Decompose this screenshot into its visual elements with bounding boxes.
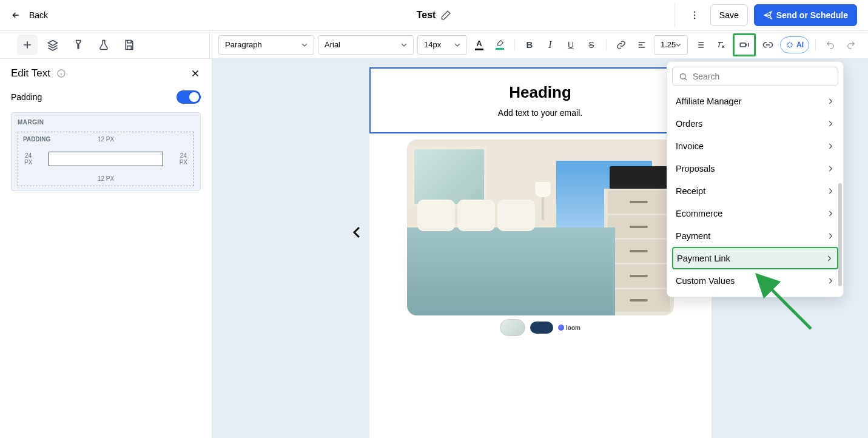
bold-button[interactable]: B bbox=[521, 36, 538, 53]
ai-button[interactable]: AI bbox=[780, 36, 809, 53]
brush-button[interactable] bbox=[68, 35, 89, 55]
chevron-right-icon bbox=[825, 254, 833, 263]
menu-item-payment[interactable]: Payment bbox=[672, 224, 838, 247]
send-button-label: Send or Schedule bbox=[776, 10, 848, 20]
text-color-letter: A bbox=[476, 39, 482, 48]
padding-toggle[interactable] bbox=[177, 90, 201, 104]
padding-left-value[interactable]: 24PX bbox=[24, 152, 32, 166]
annotation-arrow bbox=[750, 268, 817, 335]
panel-header: Edit Text bbox=[11, 67, 201, 79]
more-menu-button[interactable] bbox=[685, 5, 704, 25]
back-button[interactable]: Back bbox=[11, 10, 48, 20]
link-button[interactable] bbox=[613, 36, 630, 53]
block-type-dropdown[interactable]: Paragraph bbox=[218, 35, 314, 55]
align-icon bbox=[637, 40, 647, 50]
anchor-link-button[interactable] bbox=[759, 36, 776, 53]
merge-tag-button[interactable] bbox=[736, 36, 753, 53]
font-size-value: 14px bbox=[424, 40, 441, 49]
menu-item-label: Payment bbox=[676, 231, 710, 241]
save-button[interactable]: Save bbox=[710, 4, 748, 26]
menu-item-label: Payment Link bbox=[677, 254, 730, 263]
edit-title-button[interactable] bbox=[440, 10, 451, 21]
box-model-editor[interactable]: MARGIN PADDING 12 PX 12 PX 24PX 24PX bbox=[11, 112, 201, 191]
menu-item-receipt[interactable]: Receipt bbox=[672, 180, 838, 202]
email-heading: Heading bbox=[378, 83, 703, 102]
svg-point-5 bbox=[681, 73, 686, 79]
padding-bottom-value[interactable]: 12 PX bbox=[98, 175, 114, 182]
content-box bbox=[49, 152, 163, 166]
flask-button[interactable] bbox=[93, 35, 114, 55]
list-button[interactable] bbox=[691, 36, 708, 53]
menu-item-invoice[interactable]: Invoice bbox=[672, 135, 838, 157]
loom-attribution: loom bbox=[500, 319, 580, 336]
arrow-icon bbox=[750, 268, 817, 335]
chevron-right-icon bbox=[826, 187, 835, 195]
menu-item-label: Orders bbox=[676, 119, 702, 129]
text-color-button[interactable]: A bbox=[471, 36, 488, 53]
chevron-right-icon bbox=[826, 142, 835, 150]
align-button[interactable] bbox=[633, 36, 650, 53]
save-template-button[interactable] bbox=[119, 35, 140, 55]
chevron-down-icon bbox=[676, 42, 681, 48]
menu-list: Affiliate ManagerOrdersInvoiceProposalsR… bbox=[672, 90, 838, 292]
hero-image-block[interactable]: loom bbox=[369, 133, 712, 345]
clear-format-button[interactable] bbox=[712, 36, 729, 53]
merge-tag-icon bbox=[739, 39, 750, 50]
loom-badge bbox=[530, 322, 553, 334]
undo-button[interactable] bbox=[822, 36, 839, 53]
chevron-left-icon bbox=[350, 222, 365, 243]
ai-label: AI bbox=[796, 41, 804, 49]
toggle-knob bbox=[189, 92, 199, 102]
menu-item-proposals[interactable]: Proposals bbox=[672, 157, 838, 180]
selected-text-block[interactable]: Heading Add text to your email. bbox=[369, 67, 712, 133]
editor-canvas[interactable]: Heading Add text to your email. bbox=[212, 59, 868, 438]
merge-tag-button-highlight bbox=[733, 33, 756, 56]
document-title: Test bbox=[417, 10, 436, 21]
menu-item-label: Custom Values bbox=[676, 276, 735, 286]
underline-icon: U bbox=[568, 40, 574, 50]
italic-button[interactable]: I bbox=[542, 36, 559, 53]
redo-button[interactable] bbox=[843, 36, 860, 53]
format-toolbar: Paragraph Arial 14px A B I U S 1.25 AI bbox=[0, 31, 868, 59]
insert-toolbar bbox=[0, 31, 210, 58]
layers-button[interactable] bbox=[42, 35, 63, 55]
underline-button[interactable]: U bbox=[562, 36, 579, 53]
strikethrough-button[interactable]: S bbox=[583, 36, 600, 53]
svg-point-2 bbox=[694, 18, 695, 19]
separator bbox=[815, 39, 816, 51]
menu-item-orders[interactable]: Orders bbox=[672, 112, 838, 135]
send-or-schedule-button[interactable]: Send or Schedule bbox=[754, 4, 857, 26]
save-button-label: Save bbox=[719, 10, 739, 20]
font-family-dropdown[interactable]: Arial bbox=[318, 35, 414, 55]
chevron-right-icon bbox=[826, 232, 835, 240]
top-bar-actions: Save Send or Schedule bbox=[671, 3, 857, 27]
menu-search[interactable] bbox=[672, 67, 838, 86]
chevron-right-icon bbox=[826, 164, 835, 173]
font-size-dropdown[interactable]: 14px bbox=[417, 35, 467, 55]
strike-icon: S bbox=[588, 40, 594, 50]
padding-top-value[interactable]: 12 PX bbox=[98, 136, 114, 143]
padding-right-value[interactable]: 24PX bbox=[180, 152, 187, 166]
kebab-icon bbox=[689, 10, 700, 21]
menu-item-ecommerce[interactable]: Ecommerce bbox=[672, 202, 838, 224]
menu-item-label: Affiliate Manager bbox=[676, 96, 742, 106]
block-type-value: Paragraph bbox=[225, 40, 262, 49]
separator bbox=[606, 39, 607, 51]
loom-thumbnail[interactable] bbox=[500, 319, 525, 336]
menu-item-affiliate-manager[interactable]: Affiliate Manager bbox=[672, 90, 838, 112]
menu-scrollbar[interactable] bbox=[838, 183, 842, 286]
chevron-down-icon bbox=[454, 42, 460, 48]
menu-search-input[interactable] bbox=[693, 72, 832, 81]
layers-icon bbox=[47, 39, 59, 51]
add-element-button[interactable] bbox=[17, 35, 38, 55]
menu-item-payment-link[interactable]: Payment Link bbox=[672, 247, 838, 269]
highlight-color-button[interactable] bbox=[491, 36, 508, 53]
chevron-right-icon bbox=[826, 97, 835, 106]
margin-label: MARGIN bbox=[18, 119, 44, 126]
panel-title-group: Edit Text bbox=[11, 67, 66, 79]
line-height-dropdown[interactable]: 1.25 bbox=[654, 35, 688, 55]
menu-item-label: Ecommerce bbox=[676, 209, 722, 218]
carousel-prev-button[interactable] bbox=[350, 222, 365, 243]
svg-line-6 bbox=[759, 277, 811, 329]
close-panel-button[interactable] bbox=[190, 68, 201, 79]
